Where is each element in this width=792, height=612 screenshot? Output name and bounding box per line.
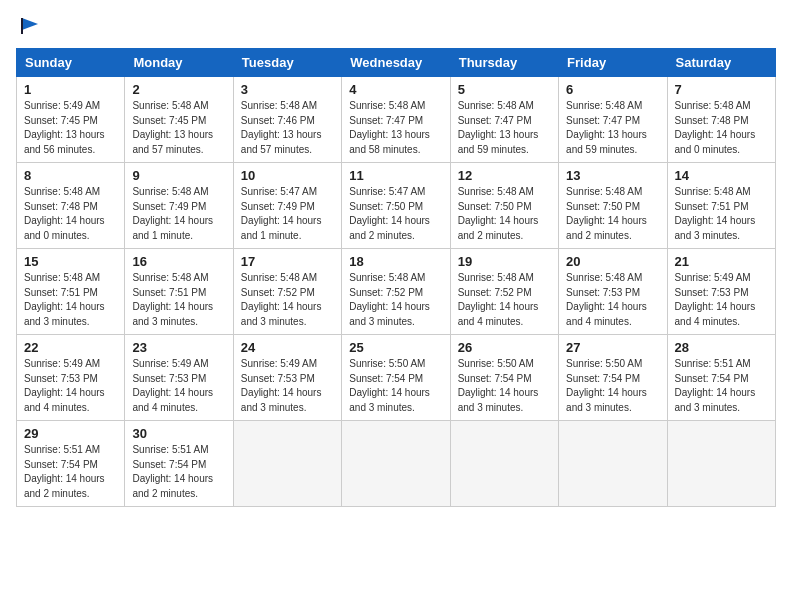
calendar-body: 1 Sunrise: 5:49 AM Sunset: 7:45 PM Dayli… — [17, 77, 776, 507]
day-number: 7 — [675, 82, 768, 97]
calendar-cell: 4 Sunrise: 5:48 AM Sunset: 7:47 PM Dayli… — [342, 77, 450, 163]
day-number: 2 — [132, 82, 225, 97]
day-number: 9 — [132, 168, 225, 183]
calendar-row: 8 Sunrise: 5:48 AM Sunset: 7:48 PM Dayli… — [17, 163, 776, 249]
day-info: Sunrise: 5:48 AM Sunset: 7:52 PM Dayligh… — [241, 271, 334, 329]
calendar-cell: 14 Sunrise: 5:48 AM Sunset: 7:51 PM Dayl… — [667, 163, 775, 249]
day-info: Sunrise: 5:49 AM Sunset: 7:45 PM Dayligh… — [24, 99, 117, 157]
header-monday: Monday — [125, 49, 233, 77]
day-number: 30 — [132, 426, 225, 441]
calendar-cell: 19 Sunrise: 5:48 AM Sunset: 7:52 PM Dayl… — [450, 249, 558, 335]
calendar-cell: 23 Sunrise: 5:49 AM Sunset: 7:53 PM Dayl… — [125, 335, 233, 421]
logo-flag-icon — [20, 16, 40, 36]
day-number: 24 — [241, 340, 334, 355]
day-info: Sunrise: 5:48 AM Sunset: 7:51 PM Dayligh… — [675, 185, 768, 243]
calendar-cell: 18 Sunrise: 5:48 AM Sunset: 7:52 PM Dayl… — [342, 249, 450, 335]
page-header — [16, 16, 776, 36]
calendar-cell: 12 Sunrise: 5:48 AM Sunset: 7:50 PM Dayl… — [450, 163, 558, 249]
day-info: Sunrise: 5:51 AM Sunset: 7:54 PM Dayligh… — [24, 443, 117, 501]
calendar-cell: 2 Sunrise: 5:48 AM Sunset: 7:45 PM Dayli… — [125, 77, 233, 163]
day-info: Sunrise: 5:50 AM Sunset: 7:54 PM Dayligh… — [458, 357, 551, 415]
day-info: Sunrise: 5:48 AM Sunset: 7:52 PM Dayligh… — [349, 271, 442, 329]
header-sunday: Sunday — [17, 49, 125, 77]
calendar-cell: 13 Sunrise: 5:48 AM Sunset: 7:50 PM Dayl… — [559, 163, 667, 249]
day-number: 10 — [241, 168, 334, 183]
calendar-cell — [342, 421, 450, 507]
header-tuesday: Tuesday — [233, 49, 341, 77]
calendar-row: 1 Sunrise: 5:49 AM Sunset: 7:45 PM Dayli… — [17, 77, 776, 163]
day-number: 13 — [566, 168, 659, 183]
calendar-cell: 11 Sunrise: 5:47 AM Sunset: 7:50 PM Dayl… — [342, 163, 450, 249]
day-number: 4 — [349, 82, 442, 97]
svg-rect-1 — [21, 18, 23, 34]
day-number: 19 — [458, 254, 551, 269]
day-number: 6 — [566, 82, 659, 97]
day-info: Sunrise: 5:48 AM Sunset: 7:48 PM Dayligh… — [24, 185, 117, 243]
day-info: Sunrise: 5:51 AM Sunset: 7:54 PM Dayligh… — [675, 357, 768, 415]
day-number: 22 — [24, 340, 117, 355]
calendar-cell: 9 Sunrise: 5:48 AM Sunset: 7:49 PM Dayli… — [125, 163, 233, 249]
logo — [16, 16, 40, 36]
day-info: Sunrise: 5:49 AM Sunset: 7:53 PM Dayligh… — [132, 357, 225, 415]
calendar-cell: 20 Sunrise: 5:48 AM Sunset: 7:53 PM Dayl… — [559, 249, 667, 335]
day-number: 14 — [675, 168, 768, 183]
calendar-cell: 6 Sunrise: 5:48 AM Sunset: 7:47 PM Dayli… — [559, 77, 667, 163]
day-info: Sunrise: 5:50 AM Sunset: 7:54 PM Dayligh… — [349, 357, 442, 415]
day-number: 12 — [458, 168, 551, 183]
day-number: 17 — [241, 254, 334, 269]
calendar-cell: 24 Sunrise: 5:49 AM Sunset: 7:53 PM Dayl… — [233, 335, 341, 421]
calendar-cell: 29 Sunrise: 5:51 AM Sunset: 7:54 PM Dayl… — [17, 421, 125, 507]
header-thursday: Thursday — [450, 49, 558, 77]
day-info: Sunrise: 5:49 AM Sunset: 7:53 PM Dayligh… — [241, 357, 334, 415]
calendar-row: 29 Sunrise: 5:51 AM Sunset: 7:54 PM Dayl… — [17, 421, 776, 507]
calendar-cell: 16 Sunrise: 5:48 AM Sunset: 7:51 PM Dayl… — [125, 249, 233, 335]
day-number: 21 — [675, 254, 768, 269]
svg-marker-0 — [22, 18, 38, 30]
header-friday: Friday — [559, 49, 667, 77]
calendar-row: 22 Sunrise: 5:49 AM Sunset: 7:53 PM Dayl… — [17, 335, 776, 421]
calendar-cell: 30 Sunrise: 5:51 AM Sunset: 7:54 PM Dayl… — [125, 421, 233, 507]
day-info: Sunrise: 5:48 AM Sunset: 7:51 PM Dayligh… — [132, 271, 225, 329]
day-info: Sunrise: 5:49 AM Sunset: 7:53 PM Dayligh… — [24, 357, 117, 415]
calendar-cell: 26 Sunrise: 5:50 AM Sunset: 7:54 PM Dayl… — [450, 335, 558, 421]
day-number: 18 — [349, 254, 442, 269]
day-number: 20 — [566, 254, 659, 269]
day-info: Sunrise: 5:50 AM Sunset: 7:54 PM Dayligh… — [566, 357, 659, 415]
calendar-cell: 10 Sunrise: 5:47 AM Sunset: 7:49 PM Dayl… — [233, 163, 341, 249]
day-number: 3 — [241, 82, 334, 97]
day-info: Sunrise: 5:48 AM Sunset: 7:50 PM Dayligh… — [458, 185, 551, 243]
day-info: Sunrise: 5:48 AM Sunset: 7:48 PM Dayligh… — [675, 99, 768, 157]
calendar-cell: 17 Sunrise: 5:48 AM Sunset: 7:52 PM Dayl… — [233, 249, 341, 335]
day-info: Sunrise: 5:48 AM Sunset: 7:47 PM Dayligh… — [566, 99, 659, 157]
calendar-cell: 8 Sunrise: 5:48 AM Sunset: 7:48 PM Dayli… — [17, 163, 125, 249]
day-info: Sunrise: 5:48 AM Sunset: 7:45 PM Dayligh… — [132, 99, 225, 157]
calendar-row: 15 Sunrise: 5:48 AM Sunset: 7:51 PM Dayl… — [17, 249, 776, 335]
day-number: 27 — [566, 340, 659, 355]
day-info: Sunrise: 5:48 AM Sunset: 7:47 PM Dayligh… — [349, 99, 442, 157]
day-info: Sunrise: 5:49 AM Sunset: 7:53 PM Dayligh… — [675, 271, 768, 329]
day-info: Sunrise: 5:48 AM Sunset: 7:46 PM Dayligh… — [241, 99, 334, 157]
day-number: 11 — [349, 168, 442, 183]
day-info: Sunrise: 5:47 AM Sunset: 7:49 PM Dayligh… — [241, 185, 334, 243]
calendar-cell — [450, 421, 558, 507]
day-info: Sunrise: 5:48 AM Sunset: 7:53 PM Dayligh… — [566, 271, 659, 329]
calendar-cell: 3 Sunrise: 5:48 AM Sunset: 7:46 PM Dayli… — [233, 77, 341, 163]
day-info: Sunrise: 5:51 AM Sunset: 7:54 PM Dayligh… — [132, 443, 225, 501]
day-number: 28 — [675, 340, 768, 355]
calendar-cell: 21 Sunrise: 5:49 AM Sunset: 7:53 PM Dayl… — [667, 249, 775, 335]
calendar-cell: 28 Sunrise: 5:51 AM Sunset: 7:54 PM Dayl… — [667, 335, 775, 421]
day-info: Sunrise: 5:48 AM Sunset: 7:47 PM Dayligh… — [458, 99, 551, 157]
day-number: 15 — [24, 254, 117, 269]
day-number: 8 — [24, 168, 117, 183]
day-number: 5 — [458, 82, 551, 97]
calendar-cell — [667, 421, 775, 507]
day-number: 23 — [132, 340, 225, 355]
calendar-cell — [559, 421, 667, 507]
calendar-cell: 22 Sunrise: 5:49 AM Sunset: 7:53 PM Dayl… — [17, 335, 125, 421]
day-number: 16 — [132, 254, 225, 269]
day-info: Sunrise: 5:48 AM Sunset: 7:51 PM Dayligh… — [24, 271, 117, 329]
day-info: Sunrise: 5:48 AM Sunset: 7:49 PM Dayligh… — [132, 185, 225, 243]
day-number: 26 — [458, 340, 551, 355]
calendar-cell: 15 Sunrise: 5:48 AM Sunset: 7:51 PM Dayl… — [17, 249, 125, 335]
day-info: Sunrise: 5:47 AM Sunset: 7:50 PM Dayligh… — [349, 185, 442, 243]
